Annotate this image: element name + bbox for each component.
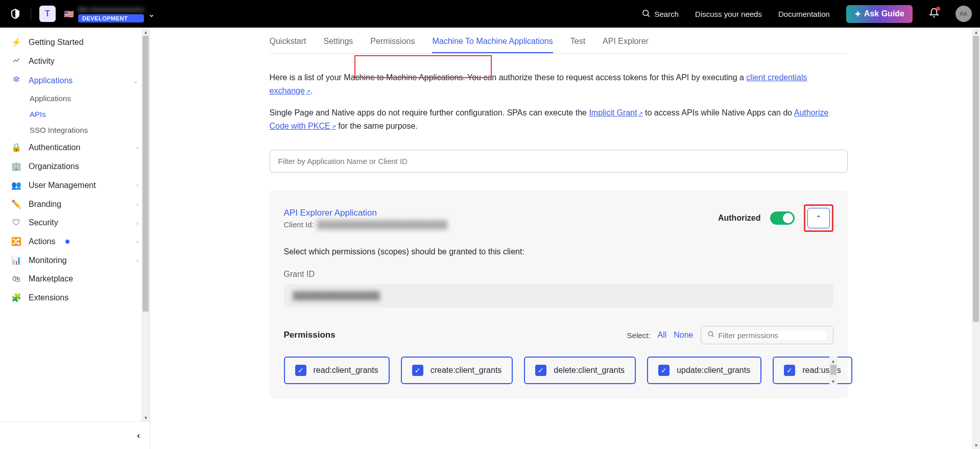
sidebar-item-label: Organizations: [29, 162, 79, 171]
chevron-right-icon: ›: [136, 181, 138, 189]
select-all-link[interactable]: All: [657, 330, 666, 340]
sidebar-sub-apis[interactable]: APIs: [0, 106, 150, 122]
external-link-icon: ↗: [331, 124, 336, 130]
scroll-down-icon[interactable]: ▾: [829, 377, 838, 385]
select-none-link[interactable]: None: [674, 330, 693, 340]
svg-line-1: [648, 15, 649, 16]
logo-icon[interactable]: [8, 7, 22, 21]
permission-chip[interactable]: ✓ update:client_grants: [647, 357, 761, 384]
tab-test[interactable]: Test: [570, 31, 585, 53]
tenant-selector[interactable]: 🇺🇸 dev-xxxxxxxxxxxxxxxx DEVELOPMENT ⌄: [64, 6, 155, 22]
bag-icon: 🛍: [11, 274, 21, 283]
sidebar-item-getting-started[interactable]: ⚡ Getting Started: [0, 33, 150, 52]
scroll-up-icon[interactable]: ▴: [972, 28, 980, 36]
sidebar-item-extensions[interactable]: 🧩 Extensions: [0, 288, 150, 307]
avatar[interactable]: RA: [955, 6, 972, 22]
scroll-down-icon[interactable]: ▾: [972, 441, 980, 449]
tenant-badge[interactable]: T: [39, 6, 56, 22]
expand-button[interactable]: ⌃: [807, 208, 830, 228]
tab-bar: Quickstart Settings Permissions Machine …: [270, 31, 848, 54]
chevron-right-icon: ›: [136, 256, 138, 264]
sidebar-item-branding[interactable]: ✏️ Branding ›: [0, 195, 150, 214]
sidebar-sub-applications[interactable]: Applications: [0, 90, 150, 106]
tab-quickstart[interactable]: Quickstart: [270, 31, 306, 53]
filter-applications-input[interactable]: [270, 150, 848, 173]
scroll-up-icon[interactable]: ▴: [829, 357, 838, 365]
divider: [31, 8, 31, 20]
discuss-link[interactable]: Discuss your needs: [695, 10, 762, 18]
external-link-icon: ↗: [638, 110, 643, 116]
sidebar-sub-sso[interactable]: SSO Integrations: [0, 122, 150, 138]
chevron-right-icon: ›: [136, 219, 138, 227]
search-icon: [641, 9, 651, 19]
sidebar-scrollbar[interactable]: ▴ ▾: [141, 28, 150, 421]
sidebar-item-label: Activity: [29, 57, 55, 66]
ask-guide-button[interactable]: ✦ Ask Guide: [846, 5, 913, 23]
sidebar-item-label: Branding: [29, 200, 61, 209]
scroll-thumb[interactable]: [973, 36, 979, 322]
checkbox-checked-icon[interactable]: ✓: [535, 365, 546, 376]
scroll-thumb[interactable]: [830, 365, 836, 375]
topbar: T 🇺🇸 dev-xxxxxxxxxxxxxxxx DEVELOPMENT ⌄ …: [0, 0, 980, 28]
permission-label: delete:client_grants: [554, 366, 625, 375]
building-icon: 🏢: [11, 161, 21, 171]
authorized-toggle[interactable]: [770, 211, 795, 225]
sidebar-item-label: User Management: [29, 181, 96, 190]
permission-chip[interactable]: ✓ read:users: [773, 357, 852, 384]
permission-chip[interactable]: ✓ delete:client_grants: [524, 357, 636, 384]
users-icon: 👥: [11, 180, 21, 190]
scroll-up-icon[interactable]: ▴: [141, 28, 150, 36]
sidebar-item-monitoring[interactable]: 📊 Monitoring ›: [0, 251, 150, 270]
sidebar-item-security[interactable]: 🛡 Security ›: [0, 214, 150, 232]
scroll-down-icon[interactable]: ▾: [141, 413, 150, 421]
sidebar-item-label: Actions: [29, 237, 55, 246]
stack-icon: [11, 76, 21, 86]
notifications-button[interactable]: [929, 8, 939, 20]
sidebar-item-applications[interactable]: Applications ⌄: [0, 71, 150, 90]
permissions-filter[interactable]: [701, 326, 833, 344]
main-scrollbar[interactable]: ▴ ▾: [972, 28, 980, 449]
client-id-value: ████████████████████████: [317, 220, 447, 229]
tab-permissions[interactable]: Permissions: [370, 31, 415, 53]
permissions-scrollbar[interactable]: ▴ ▾: [829, 357, 838, 385]
puzzle-icon: 🧩: [11, 293, 21, 302]
application-title-link[interactable]: API Explorer Application: [284, 208, 447, 218]
search-button[interactable]: Search: [641, 9, 679, 19]
update-dot: [65, 240, 69, 244]
checkbox-checked-icon[interactable]: ✓: [295, 365, 306, 376]
chevron-down-icon: ⌄: [133, 77, 138, 85]
sidebar-item-actions[interactable]: 🔀 Actions ›: [0, 232, 150, 251]
toggle-knob: [783, 213, 793, 223]
permission-label: read:client_grants: [314, 366, 378, 375]
chevron-down-icon[interactable]: ⌄: [148, 9, 155, 19]
permissions-filter-input[interactable]: [719, 331, 827, 340]
scroll-thumb[interactable]: [142, 36, 149, 312]
sidebar-item-user-management[interactable]: 👥 User Management ›: [0, 176, 150, 195]
checkbox-checked-icon[interactable]: ✓: [658, 365, 670, 376]
svg-line-4: [712, 336, 713, 337]
sidebar-item-authentication[interactable]: 🔒 Authentication ›: [0, 138, 150, 157]
scope-instruction: Select which permissions (scopes) should…: [284, 247, 833, 256]
grant-id-box: ████████████████: [284, 284, 833, 308]
tab-api-explorer[interactable]: API Explorer: [603, 31, 649, 53]
permissions-heading: Permissions: [284, 330, 336, 340]
sidebar-item-marketplace[interactable]: 🛍 Marketplace: [0, 270, 150, 288]
documentation-link[interactable]: Documentation: [778, 10, 830, 18]
sidebar-item-label: Getting Started: [29, 38, 84, 47]
tab-m2m-applications[interactable]: Machine To Machine Applications: [432, 31, 553, 53]
checkbox-checked-icon[interactable]: ✓: [784, 365, 795, 376]
sidebar: ⚡ Getting Started Activity Applications …: [0, 28, 150, 449]
tab-settings[interactable]: Settings: [324, 31, 353, 53]
client-id-label: Client Id:: [284, 220, 314, 229]
chevron-right-icon: ›: [136, 238, 138, 245]
external-link-icon: ↗: [306, 88, 310, 94]
sidebar-item-organizations[interactable]: 🏢 Organizations: [0, 157, 150, 176]
svg-point-0: [643, 10, 649, 16]
sidebar-item-activity[interactable]: Activity: [0, 52, 150, 71]
bars-icon: 📊: [11, 255, 21, 265]
checkbox-checked-icon[interactable]: ✓: [412, 365, 423, 376]
permissions-grid: ✓ read:client_grants ✓ create:client_gra…: [284, 357, 833, 384]
link-implicit-grant[interactable]: Implicit Grant↗: [589, 108, 642, 117]
permission-chip[interactable]: ✓ read:client_grants: [284, 357, 390, 384]
permission-chip[interactable]: ✓ create:client_grants: [401, 357, 513, 384]
